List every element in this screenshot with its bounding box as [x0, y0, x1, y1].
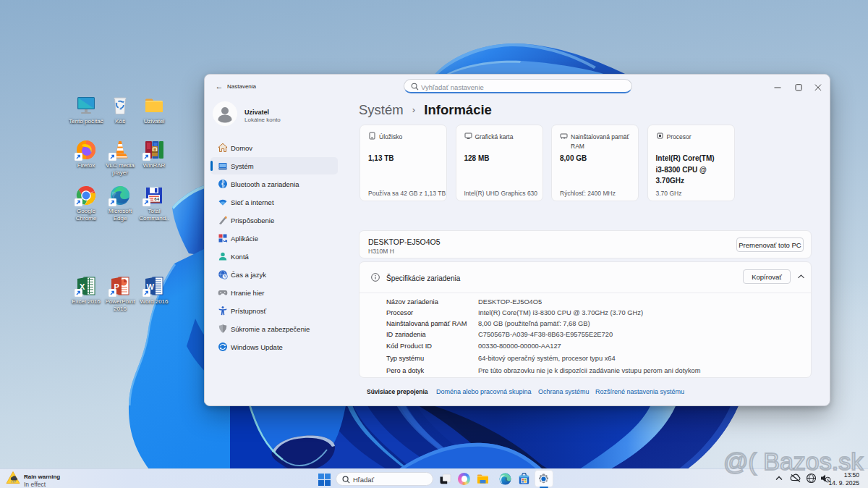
svg-text:64: 64	[154, 197, 159, 201]
